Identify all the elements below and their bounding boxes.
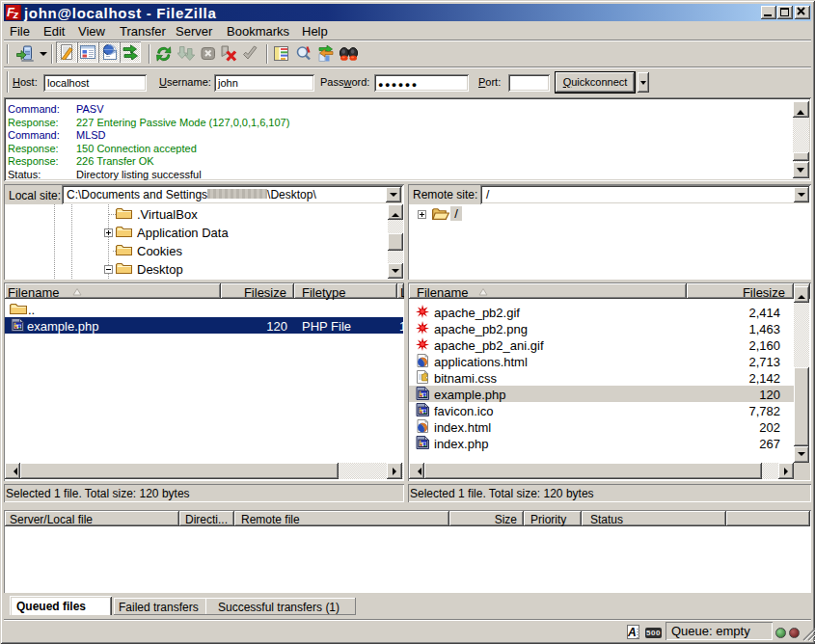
svg-text:z: z — [13, 9, 19, 20]
